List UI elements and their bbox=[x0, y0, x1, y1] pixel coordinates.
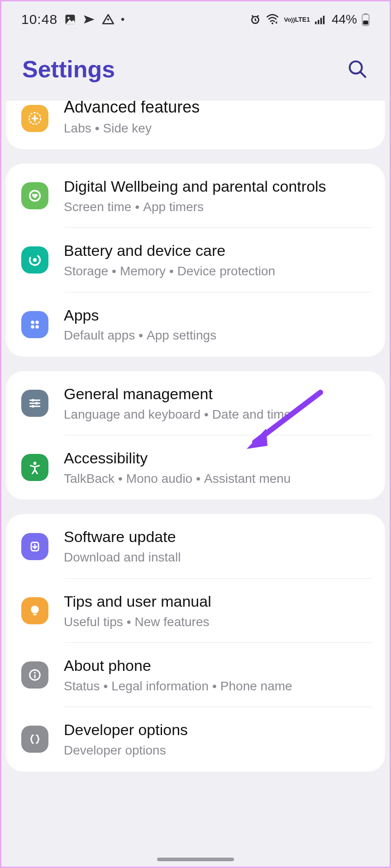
settings-item-title: Developer options bbox=[64, 720, 372, 741]
svg-point-1 bbox=[67, 17, 70, 19]
wifi-icon bbox=[266, 14, 279, 25]
home-indicator[interactable] bbox=[157, 858, 234, 861]
info-icon bbox=[21, 661, 48, 689]
settings-item-title: Apps bbox=[64, 305, 372, 326]
svg-rect-10 bbox=[364, 13, 367, 15]
svg-rect-29 bbox=[34, 675, 36, 679]
settings-item-tips-user-manual[interactable]: Tips and user manual Useful tips•New fea… bbox=[6, 579, 385, 643]
settings-item-digital-wellbeing[interactable]: Digital Wellbeing and parental controls … bbox=[6, 164, 385, 228]
settings-list: Advanced features Labs•Side key Digital … bbox=[1, 101, 390, 772]
svg-point-21 bbox=[32, 399, 34, 401]
status-time: 10:48 bbox=[21, 12, 57, 27]
settings-item-software-update[interactable]: Software update Download and install bbox=[6, 514, 385, 578]
settings-item-advanced-features[interactable]: Advanced features Labs•Side key bbox=[6, 101, 385, 149]
svg-rect-26 bbox=[33, 613, 37, 615]
settings-group: Digital Wellbeing and parental controls … bbox=[6, 164, 385, 357]
svg-point-16 bbox=[33, 258, 37, 262]
device-care-icon bbox=[21, 246, 48, 274]
settings-item-title: Battery and device care bbox=[64, 241, 372, 261]
settings-item-developer-options[interactable]: Developer options Developer options bbox=[6, 707, 385, 771]
settings-group: General management Language and keyboard… bbox=[6, 371, 385, 500]
settings-item-battery-device-care[interactable]: Battery and device care Storage•Memory•D… bbox=[6, 228, 385, 292]
settings-item-accessibility[interactable]: Accessibility TalkBack•Mono audio•Assist… bbox=[6, 435, 385, 500]
status-right: Vo)) LTE1 44% bbox=[249, 12, 370, 27]
settings-group: Software update Download and install Tip… bbox=[6, 514, 385, 771]
bulb-icon bbox=[21, 597, 48, 624]
battery-percentage: 44% bbox=[332, 12, 357, 27]
svg-point-20 bbox=[35, 325, 39, 329]
battery-icon bbox=[362, 13, 370, 26]
settings-item-title: About phone bbox=[64, 656, 372, 676]
settings-item-title: Software update bbox=[64, 527, 372, 547]
volte-icon: Vo)) LTE1 bbox=[284, 16, 310, 23]
settings-item-subtitle: Language and keyboard•Date and time bbox=[64, 406, 372, 423]
signal-icon bbox=[315, 14, 327, 25]
settings-item-title: Advanced features bbox=[64, 101, 372, 118]
page-title: Settings bbox=[22, 56, 115, 83]
apps-icon bbox=[21, 311, 48, 338]
settings-item-subtitle: Useful tips•New features bbox=[64, 614, 372, 630]
svg-rect-7 bbox=[320, 18, 322, 24]
search-button[interactable] bbox=[346, 58, 369, 80]
more-dot-icon: • bbox=[121, 13, 124, 26]
svg-point-23 bbox=[32, 405, 34, 408]
settings-item-about-phone[interactable]: About phone Status•Legal information•Pho… bbox=[6, 643, 385, 707]
settings-item-subtitle: Labs•Side key bbox=[64, 120, 372, 137]
wellbeing-icon bbox=[21, 182, 48, 209]
settings-item-general-management[interactable]: General management Language and keyboard… bbox=[6, 371, 385, 435]
status-bar: 10:48 • Vo)) LTE1 44% bbox=[1, 1, 390, 33]
settings-item-subtitle: Screen time•App timers bbox=[64, 199, 372, 215]
alert-triangle-icon bbox=[102, 13, 114, 26]
settings-item-title: Accessibility bbox=[64, 448, 372, 469]
svg-point-24 bbox=[33, 462, 37, 465]
settings-item-apps[interactable]: Apps Default apps•App settings bbox=[6, 292, 385, 357]
svg-rect-6 bbox=[318, 20, 319, 24]
settings-item-title: Tips and user manual bbox=[64, 591, 372, 612]
settings-item-title: General management bbox=[64, 384, 372, 405]
svg-rect-5 bbox=[315, 22, 317, 24]
gear-plus-icon bbox=[21, 105, 48, 132]
svg-point-2 bbox=[107, 19, 110, 21]
alarm-icon bbox=[249, 14, 261, 25]
settings-group: Advanced features Labs•Side key bbox=[6, 101, 385, 149]
header: Settings bbox=[1, 33, 390, 101]
search-icon bbox=[347, 59, 368, 80]
status-left: 10:48 • bbox=[21, 12, 124, 27]
sliders-icon bbox=[21, 390, 48, 417]
send-icon bbox=[83, 13, 95, 26]
settings-item-subtitle: Default apps•App settings bbox=[64, 327, 372, 344]
svg-point-17 bbox=[31, 321, 34, 324]
person-icon bbox=[21, 454, 48, 481]
svg-point-4 bbox=[272, 23, 273, 24]
svg-point-18 bbox=[35, 321, 39, 324]
svg-rect-8 bbox=[323, 16, 325, 24]
settings-item-subtitle: Status•Legal information•Phone name bbox=[64, 678, 372, 694]
svg-rect-11 bbox=[363, 21, 368, 25]
braces-icon bbox=[21, 726, 48, 753]
settings-item-subtitle: Download and install bbox=[64, 549, 372, 566]
svg-point-22 bbox=[35, 402, 38, 405]
settings-item-title: Digital Wellbeing and parental controls bbox=[64, 176, 372, 197]
svg-point-28 bbox=[34, 672, 36, 674]
settings-item-subtitle: Developer options bbox=[64, 742, 372, 759]
svg-point-19 bbox=[31, 325, 34, 329]
settings-item-subtitle: TalkBack•Mono audio•Assistant menu bbox=[64, 471, 372, 487]
image-icon bbox=[64, 13, 76, 26]
update-icon bbox=[21, 533, 48, 560]
settings-item-subtitle: Storage•Memory•Device protection bbox=[64, 263, 372, 279]
